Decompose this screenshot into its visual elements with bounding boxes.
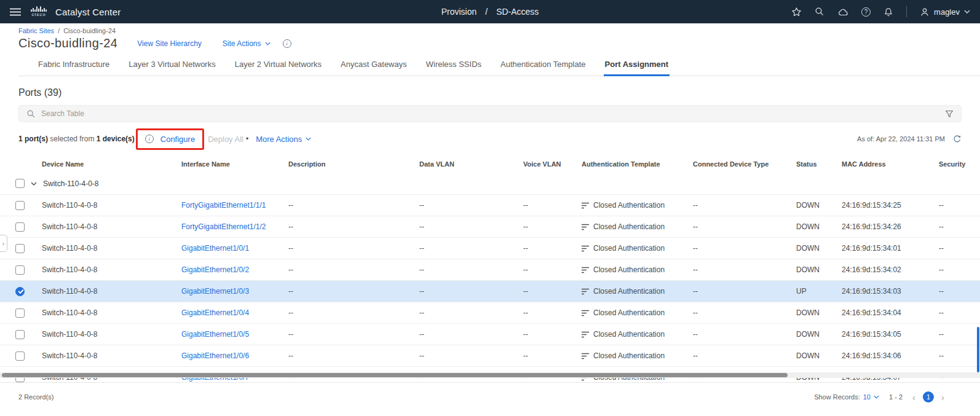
row-checkbox[interactable]	[15, 351, 25, 361]
row-checkbox[interactable]	[15, 308, 25, 318]
tab-fabric-infrastructure[interactable]: Fabric Infrastructure	[37, 57, 111, 76]
cell-authentication-template: Closed Authentication	[577, 351, 688, 360]
current-page-button[interactable]: 1	[923, 391, 934, 402]
show-records-select[interactable]: Show Records: 10	[814, 393, 879, 401]
selection-info-icon[interactable]: i	[145, 135, 154, 143]
row-checkbox[interactable]	[15, 287, 25, 296]
cell-connected-device-type: --	[688, 308, 791, 317]
nav-context: Provision / SD-Access	[441, 7, 539, 17]
context-sd-access[interactable]: SD-Access	[496, 7, 539, 17]
menu-icon[interactable]	[10, 8, 21, 16]
cell-mac-address: 24:16:9d:15:34:05	[837, 330, 934, 339]
tab-anycast-gateways[interactable]: Anycast Gateways	[339, 57, 408, 76]
tab-layer3-virtual-networks[interactable]: Layer 3 Virtual Networks	[127, 57, 216, 76]
table-row[interactable]: Switch-110-4-0-8 GigabitEthernet1/0/2 --…	[0, 259, 980, 281]
configure-button[interactable]: Configure	[160, 135, 195, 144]
help-icon[interactable]: ?	[861, 7, 871, 17]
left-drawer-chevron-right-icon: ›	[2, 240, 4, 247]
row-checkbox-cell	[0, 265, 37, 275]
interface-link[interactable]: FortyGigabitEthernet1/1/2	[181, 222, 266, 231]
refresh-icon[interactable]	[952, 135, 962, 144]
cell-interface-name: FortyGigabitEthernet1/1/1	[176, 201, 283, 210]
cisco-wordmark: cisco	[31, 12, 45, 17]
site-info-icon[interactable]: i	[283, 39, 291, 48]
notifications-bell-icon[interactable]	[883, 7, 893, 17]
row-checkbox[interactable]	[15, 330, 25, 339]
cloud-icon[interactable]	[837, 7, 848, 16]
col-status: Status	[791, 160, 837, 168]
next-page-chevron-right-icon[interactable]: ›	[941, 393, 944, 402]
tab-port-assignment[interactable]: Port Assignment	[604, 57, 670, 76]
user-icon	[920, 7, 930, 17]
show-records-value: 10	[863, 393, 871, 401]
interface-link[interactable]: GigabitEthernet1/0/3	[181, 287, 249, 296]
row-checkbox[interactable]	[15, 244, 25, 253]
group-expand-chevron-down-icon[interactable]	[31, 182, 37, 186]
deploy-all-button[interactable]: Deploy All	[208, 135, 243, 144]
table-row[interactable]: Switch-110-4-0-8 FortyGigabitEthernet1/1…	[0, 195, 980, 216]
site-actions-button[interactable]: Site Actions	[223, 39, 271, 48]
selected-ports-count: 1 port(s)	[18, 135, 48, 143]
row-checkbox[interactable]	[15, 265, 25, 275]
cell-description: --	[283, 351, 414, 360]
col-mac-address: MAC Address	[837, 160, 934, 168]
cell-authentication-template: Closed Authentication	[577, 265, 688, 274]
device-group-row[interactable]: Switch-110-4-0-8	[0, 173, 980, 195]
cell-connected-device-type: --	[688, 222, 791, 231]
vertical-scrollbar-thumb[interactable]	[977, 327, 979, 372]
cell-data-vlan: --	[414, 244, 518, 253]
interface-link[interactable]: GigabitEthernet1/0/6	[181, 351, 249, 360]
cell-mac-address: 24:16:9d:15:34:01	[837, 244, 934, 253]
port-assignment-panel: Ports (39) 1 port(s) selected from 1 dev…	[0, 87, 980, 388]
top-bar: cisco Catalyst Center Provision / SD-Acc…	[0, 0, 980, 23]
cell-connected-device-type: --	[688, 201, 791, 210]
interface-link[interactable]: FortyGigabitEthernet1/1/1	[181, 201, 266, 210]
cell-description: --	[283, 330, 414, 339]
table-row[interactable]: Switch-110-4-0-8 GigabitEthernet1/0/3 --…	[0, 281, 980, 302]
tab-wireless-ssids[interactable]: Wireless SSIDs	[425, 57, 483, 76]
row-checkbox[interactable]	[15, 201, 25, 210]
cell-security: --	[934, 330, 980, 339]
horizontal-scrollbar-thumb[interactable]	[2, 373, 788, 377]
horizontal-scrollbar[interactable]	[0, 372, 980, 378]
user-chevron-down-icon	[964, 10, 970, 14]
table-row[interactable]: Switch-110-4-0-8 FortyGigabitEthernet1/1…	[0, 216, 980, 238]
interface-link[interactable]: GigabitEthernet1/0/4	[181, 308, 249, 317]
tab-layer2-virtual-networks[interactable]: Layer 2 Virtual Networks	[234, 57, 323, 76]
left-drawer-handle[interactable]: ›	[0, 235, 7, 252]
site-actions-label: Site Actions	[223, 39, 261, 48]
table-row[interactable]: Switch-110-4-0-8 GigabitEthernet1/0/4 --…	[0, 302, 980, 324]
breadcrumb-fabric-sites[interactable]: Fabric Sites	[18, 27, 54, 34]
favorites-star-icon[interactable]	[791, 7, 802, 17]
cell-voice-vlan: --	[518, 222, 577, 231]
context-separator: /	[485, 7, 488, 17]
cell-authentication-template: Closed Authentication	[577, 308, 688, 317]
cell-status: DOWN	[791, 244, 837, 253]
previous-page-chevron-left-icon[interactable]: ‹	[912, 393, 915, 402]
closed-authentication-icon	[582, 331, 590, 338]
group-checkbox[interactable]	[15, 179, 25, 188]
cell-data-vlan: --	[414, 201, 518, 210]
view-site-hierarchy-link[interactable]: View Site Hierarchy	[137, 39, 201, 48]
cell-description: --	[283, 201, 414, 210]
cell-voice-vlan: --	[518, 287, 577, 296]
cell-status: DOWN	[791, 201, 837, 210]
interface-link[interactable]: GigabitEthernet1/0/5	[181, 330, 249, 339]
more-actions-button[interactable]: More Actions	[256, 135, 311, 144]
tab-authentication-template[interactable]: Authentication Template	[499, 57, 587, 76]
table-row[interactable]: Switch-110-4-0-8 GigabitEthernet1/0/5 --…	[0, 324, 980, 345]
interface-link[interactable]: GigabitEthernet1/0/2	[181, 265, 249, 274]
as-of-timestamp: As of: Apr 22, 2024 11:31 PM	[857, 135, 945, 143]
col-data-vlan: Data VLAN	[414, 160, 518, 168]
context-provision[interactable]: Provision	[441, 7, 477, 17]
search-input[interactable]	[41, 109, 939, 118]
table-search-bar	[18, 105, 962, 122]
row-checkbox[interactable]	[15, 222, 25, 232]
table-row[interactable]: Switch-110-4-0-8 GigabitEthernet1/0/1 --…	[0, 238, 980, 259]
interface-link[interactable]: GigabitEthernet1/0/1	[181, 244, 249, 253]
row-checkbox-cell	[0, 201, 37, 210]
table-row[interactable]: Switch-110-4-0-8 GigabitEthernet1/0/6 --…	[0, 345, 980, 367]
user-menu[interactable]: maglev	[920, 7, 970, 17]
filter-icon[interactable]	[945, 110, 954, 118]
search-icon[interactable]	[815, 7, 824, 17]
